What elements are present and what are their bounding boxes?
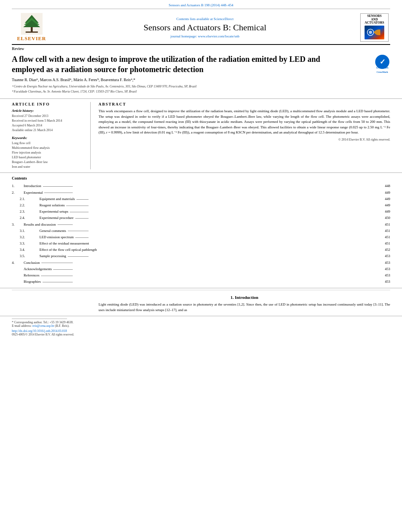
email-line: E-mail address: reis@cena.usp.br (B.F. R… [12, 324, 390, 328]
keyword-6: Iron and water [12, 165, 85, 169]
keyword-2: Multicommuted flow analysis [12, 146, 85, 150]
corresponding-author: * Corresponding author. Tel.: +55 19 342… [12, 321, 390, 324]
contents-label-text: Equipment and materials [39, 197, 76, 201]
contents-label: Results and discussion [24, 221, 378, 228]
article-meta-bar: Review [0, 45, 402, 51]
contents-label: Equipment and materials [39, 196, 378, 202]
sensors-actuators-icon [365, 26, 384, 39]
abstract-col: ABSTRACT This work encompasses a flow ce… [99, 102, 390, 169]
authors-text: Tuanne R. Diasᵃ, Marcos A.S. Brasilᵃ, Má… [12, 78, 135, 82]
contents-sub-num: 2.3. [20, 208, 39, 215]
contents-row: 1.Introduction448 [12, 183, 390, 189]
contents-sub-num: 3.4. [20, 247, 39, 253]
contents-sub-num: 3.5. [20, 253, 39, 259]
introduction-text: Light emitting diode (LED) was introduce… [99, 302, 390, 313]
contents-section: Contents 1.Introduction4482.Experimental… [0, 173, 402, 288]
contents-row: 2.4.Experimental procedure450 [12, 215, 390, 221]
section-divider [12, 290, 390, 290]
affiliation-b: ᵇ Faculdade Claretinas, Av. Sr. Antonio … [12, 89, 390, 94]
contents-row: Acknowledgements453 [12, 266, 390, 272]
keyword-4: LED based photometer [12, 155, 85, 160]
elsevier-tree-icon [21, 13, 43, 35]
contents-label-text: Experimental [24, 191, 44, 195]
issn-line: 0925-4005/© 2014 Elsevier B.V. All right… [12, 333, 390, 336]
crossmark-icon: ✓ CrossMark CrossMark [374, 54, 390, 70]
email-address[interactable]: reis@cena.usp.br [32, 324, 54, 328]
homepage-url[interactable]: www.elsevier.com/locate/snb [198, 34, 239, 38]
contents-page-num: 453 [378, 260, 390, 266]
affiliations: ᵃ Centro de Energia Nuclear na Agricultu… [0, 83, 402, 95]
contents-row: 4.Conclusion453 [12, 260, 390, 266]
intro-right: 1. Introduction Light emitting diode (LE… [99, 295, 390, 313]
contents-label-text: Effect of the flow cell optical pathleng… [39, 248, 99, 252]
science-direct-link[interactable]: Contents lists available at ScienceDirec… [51, 17, 359, 21]
contents-item-num: 2. [12, 189, 24, 196]
contents-page-num: 451 [378, 234, 390, 240]
contents-row: 2.Experimental449 [12, 189, 390, 196]
keyword-1: Long flow cell [12, 141, 85, 146]
header-main: ELSEVIER Contents lists available at Sci… [12, 11, 390, 44]
contents-row: 3.4.Effect of the flow cell optical path… [12, 247, 390, 253]
page: Sensors and Actuators B 198 (2014) 448–4… [0, 0, 402, 532]
keywords-section: Keywords: Long flow cell Multicommuted f… [12, 136, 85, 169]
contents-row: 2.3.Experimental setups449 [12, 208, 390, 215]
contents-item-num: 3. [12, 221, 24, 228]
article-title: A flow cell with a new design to improve… [12, 54, 335, 74]
journal-title-main: Sensors and Actuators B: Chemical [51, 22, 359, 33]
contents-sub-num: 3.3. [20, 240, 39, 247]
contents-item-num: 1. [12, 183, 24, 189]
authors-line: Tuanne R. Diasᵃ, Marcos A.S. Brasilᵃ, Má… [0, 78, 402, 82]
contents-title: Contents [12, 176, 390, 180]
contents-sub-num: 2.4. [20, 215, 39, 221]
accepted-date: Accepted 6 March 2014 [12, 123, 85, 128]
contents-page-num: 450 [378, 215, 390, 221]
contents-row: References453 [12, 272, 390, 278]
keyword-3: Flow injection analysis [12, 150, 85, 155]
sensors-box: SENSORS AND ACTUATORS [360, 13, 389, 42]
email-suffix: (B.F. Reis). [55, 324, 69, 328]
article-type: Review [12, 46, 390, 51]
contents-label: Effect of the flow cell optical pathleng… [39, 247, 378, 253]
svg-point-8 [369, 31, 372, 34]
contents-label-text: Experimental setups [39, 209, 70, 213]
contents-row: Biographies453 [12, 278, 390, 285]
contents-row: 3.5.Sample processing453 [12, 253, 390, 259]
received-date: Received 27 December 2013 [12, 114, 85, 119]
sensors-label: SENSORS AND ACTUATORS [365, 15, 384, 25]
journal-header: Sensors and Actuators B 198 (2014) 448–4… [0, 0, 402, 44]
svg-rect-5 [26, 32, 38, 33]
keywords-title: Keywords: [12, 136, 85, 140]
svg-rect-1 [31, 27, 33, 32]
contents-label-text: Introduction [24, 184, 43, 188]
contents-table: 1.Introduction4482.Experimental4492.1.Eq… [12, 183, 390, 285]
contents-item-num: 4. [12, 260, 24, 266]
contents-page-num: 451 [378, 240, 390, 247]
contents-label-text: LED emission spectrum [39, 235, 75, 239]
contents-page-num: 451 [378, 228, 390, 234]
article-info-heading: ARTICLE INFO [12, 102, 85, 106]
affiliation-a: ᵃ Centro de Energia Nuclear na Agricultu… [12, 84, 390, 89]
elsevier-logo: ELSEVIER [12, 13, 51, 42]
contents-label: Experimental [24, 189, 378, 196]
contents-label-text: General comments [39, 229, 68, 233]
contents-row: 3.Results and discussion451 [12, 221, 390, 228]
contents-page-num: 453 [378, 278, 390, 285]
contents-page-num: 452 [378, 247, 390, 253]
contents-label: Experimental setups [39, 208, 378, 215]
citation-text: Sensors and Actuators B 198 (2014) 448–4… [169, 3, 233, 7]
contents-label: Effect of the residual measurement [39, 240, 378, 247]
contents-label-text: Sample processing [39, 254, 68, 258]
contents-label: Conclusion [24, 260, 378, 266]
contents-sub-num: 3.1. [20, 228, 39, 234]
top-citation: Sensors and Actuators B 198 (2014) 448–4… [12, 3, 390, 9]
homepage-label: journal homepage: [171, 34, 197, 38]
elsevier-brand-text: ELSEVIER [17, 35, 46, 42]
doi-link[interactable]: http://dx.doi.org/10.1016/j.snb.2014.03.… [12, 329, 390, 333]
contents-label-text: Reagent solutions [39, 203, 66, 207]
crossmark-label: CrossMark [374, 71, 390, 73]
contents-label: Biographies [24, 278, 378, 285]
contents-label: General comments [39, 228, 378, 234]
keyword-5: Bouguer–Lambert–Beer law [12, 160, 85, 165]
journal-title-block: Contents lists available at ScienceDirec… [51, 17, 359, 38]
svg-text:CrossMark: CrossMark [376, 67, 389, 69]
